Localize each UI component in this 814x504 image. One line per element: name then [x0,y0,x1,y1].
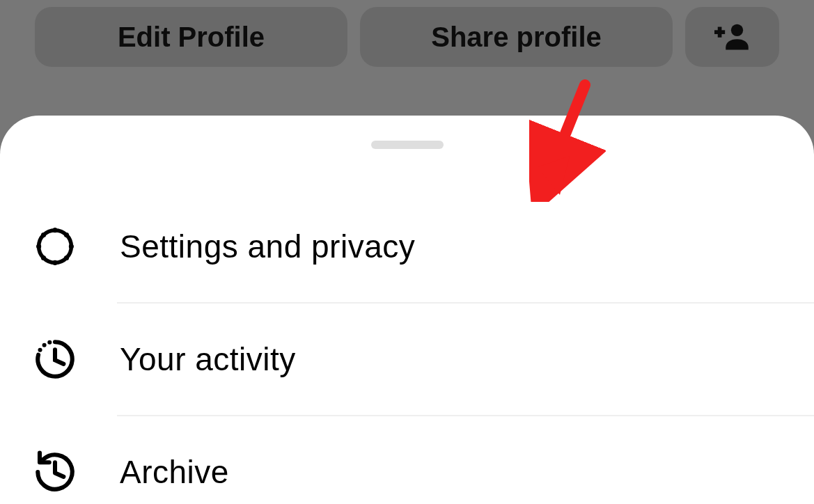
menu-item-label: Archive [120,453,229,491]
svg-point-14 [47,340,52,345]
svg-point-5 [52,260,57,265]
sheet-menu: Settings and privacy Your activity [0,191,814,504]
menu-item-label: Your activity [120,340,296,378]
svg-point-11 [64,255,69,260]
share-profile-button[interactable]: Share profile [360,7,673,67]
menu-item-label: Settings and privacy [120,228,415,265]
svg-point-6 [36,244,41,249]
your-activity-item[interactable]: Your activity [0,304,814,415]
svg-point-10 [41,255,46,260]
gear-icon [32,223,78,269]
options-bottom-sheet: Settings and privacy Your activity [0,116,814,504]
add-person-icon [714,18,751,56]
sheet-drag-handle[interactable] [371,141,444,149]
archive-item[interactable]: Archive [0,416,814,504]
edit-profile-button[interactable]: Edit Profile [35,7,347,67]
svg-point-0 [730,24,742,36]
profile-top-actions: Edit Profile Share profile [0,7,814,67]
svg-point-7 [69,244,74,249]
archive-clock-icon [32,449,78,495]
svg-rect-2 [717,26,721,37]
svg-point-13 [42,343,47,347]
svg-point-9 [64,233,69,237]
svg-point-4 [52,228,57,233]
svg-point-8 [41,233,46,237]
activity-clock-icon [32,336,78,382]
settings-and-privacy-item[interactable]: Settings and privacy [0,191,814,302]
svg-point-12 [38,348,42,352]
discover-people-button[interactable] [685,7,779,67]
